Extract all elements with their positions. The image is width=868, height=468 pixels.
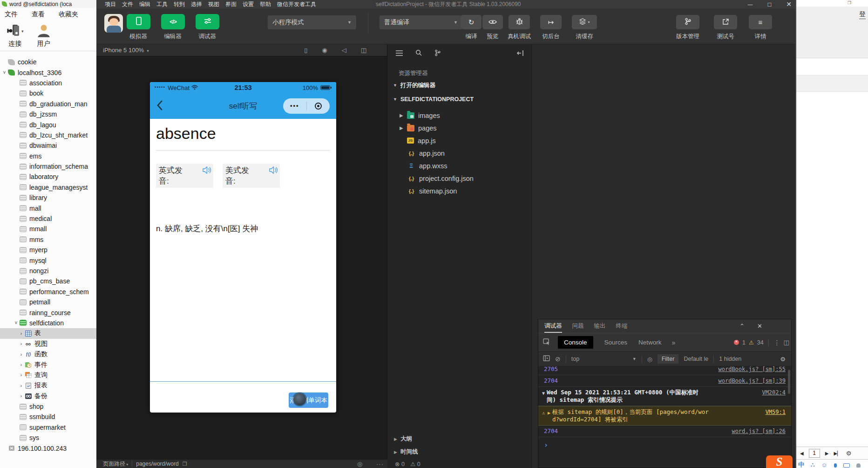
- file-app.wxss[interactable]: Ξapp.wxss: [387, 159, 531, 172]
- collapse-icon[interactable]: ⌃: [739, 319, 745, 333]
- connection-button[interactable]: ▾ 连接: [7, 23, 24, 49]
- capsule-close-icon[interactable]: [307, 103, 330, 110]
- tree-item-petmall[interactable]: petmall: [0, 297, 96, 307]
- tab-output[interactable]: 输出: [594, 322, 606, 330]
- devtools-menu-设置[interactable]: 设置: [243, 0, 254, 8]
- simulator-button[interactable]: [127, 14, 150, 29]
- page-number[interactable]: 1: [809, 449, 820, 458]
- copy-icon[interactable]: ❐: [183, 461, 187, 467]
- file-project.config.json[interactable]: {..}project.config.json: [387, 172, 531, 185]
- source-link[interactable]: VM202:4: [758, 389, 786, 396]
- tab-debugger[interactable]: 调试器: [544, 319, 562, 333]
- tree-item-db_jzssm[interactable]: db_jzssm: [0, 109, 96, 119]
- mode-dropdown[interactable]: 小程序模式▼: [268, 15, 356, 29]
- file-app.js[interactable]: JSapp.js: [387, 134, 531, 147]
- tree-item-表[interactable]: ›表: [0, 328, 96, 338]
- sidebar-toggle-icon[interactable]: [543, 355, 550, 363]
- tree-item-查询[interactable]: ›查询: [0, 370, 96, 380]
- file-app.json[interactable]: {..}app.json: [387, 147, 531, 159]
- devtools-menu-工具[interactable]: 工具: [156, 0, 168, 8]
- tree-item-performance_schem[interactable]: performance_schem: [0, 287, 96, 297]
- ime-account-icon[interactable]: [856, 463, 861, 468]
- source-link[interactable]: wordBook.js? [sm]:39: [715, 377, 786, 385]
- device-selector[interactable]: iPhone 5 100%▾: [103, 47, 149, 54]
- version-control-button[interactable]: [676, 15, 699, 29]
- avatar[interactable]: [104, 14, 123, 33]
- debugger-button[interactable]: [196, 14, 219, 29]
- test-account-button[interactable]: [714, 15, 737, 29]
- tree-item-mysql[interactable]: mysql: [0, 255, 96, 265]
- source-link[interactable]: wordBook.js? [sm]:55: [715, 366, 786, 373]
- kebab-menu-icon[interactable]: ⋮: [773, 339, 780, 346]
- tree-item-ems[interactable]: ems: [0, 151, 96, 161]
- tree-item-196.100.100.243[interactable]: 196.100.100.243: [0, 443, 96, 453]
- file-images[interactable]: ▶images: [387, 109, 531, 122]
- editor-button[interactable]: </>: [161, 14, 185, 29]
- tree-item-information_schema[interactable]: information_schema: [0, 161, 96, 172]
- tree-item-mall[interactable]: mall: [0, 203, 96, 213]
- float-window-icon[interactable]: ◫: [361, 47, 366, 54]
- compile-button[interactable]: ↻: [461, 15, 481, 29]
- speaker-icon[interactable]: [202, 166, 212, 174]
- close-icon[interactable]: ✕: [757, 319, 762, 333]
- next-page-icon[interactable]: ▶: [825, 451, 829, 456]
- tab-network[interactable]: Network: [638, 339, 662, 346]
- devtools-menu-微信开发者工具[interactable]: 微信开发者工具: [277, 0, 316, 8]
- eye-icon[interactable]: ◎: [647, 356, 652, 363]
- tree-item-laboratory[interactable]: laboratory: [0, 172, 96, 182]
- user-button[interactable]: 用户: [37, 23, 51, 49]
- back-icon[interactable]: [156, 100, 163, 113]
- source-link[interactable]: word.js? [sm]:26: [728, 427, 786, 435]
- details-button[interactable]: ≡: [749, 15, 772, 29]
- tree-item-db_lzcu_sht_market[interactable]: db_lzcu_sht_market: [0, 130, 96, 140]
- preview-button[interactable]: [482, 15, 503, 29]
- navicat-menu-收藏夹[interactable]: 收藏夹: [59, 10, 78, 19]
- tree-item-book[interactable]: book: [0, 88, 96, 98]
- tree-item-函数[interactable]: ›ƒ()函数: [0, 349, 96, 359]
- more-tabs-icon[interactable]: »: [672, 339, 676, 346]
- tree-item-mmall[interactable]: mmall: [0, 224, 96, 234]
- devtools-menu-项目[interactable]: 项目: [105, 0, 116, 8]
- login-link[interactable]: 登: [859, 10, 866, 19]
- navicat-menu-文件[interactable]: 文件: [5, 10, 18, 19]
- search-icon[interactable]: [415, 49, 422, 58]
- sogou-ime-logo[interactable]: S: [766, 455, 793, 468]
- tree-item-报表[interactable]: ›报表: [0, 380, 96, 391]
- gear-icon[interactable]: ⚙: [846, 450, 852, 457]
- ime-lang-icon[interactable]: 中: [798, 461, 804, 468]
- file-list-icon[interactable]: [396, 49, 403, 58]
- speaker-icon[interactable]: [269, 166, 278, 174]
- console-prompt[interactable]: ›: [538, 437, 791, 449]
- background-switch-button[interactable]: ↦: [540, 15, 562, 29]
- tree-item-pb_cms_base[interactable]: pb_cms_base: [0, 276, 96, 286]
- levels-dropdown[interactable]: Default le: [684, 356, 708, 362]
- record-icon[interactable]: ◉: [322, 47, 327, 54]
- tab-console[interactable]: Console: [558, 336, 593, 349]
- minimize-icon[interactable]: —: [747, 1, 753, 7]
- tree-item-association[interactable]: association: [0, 78, 96, 88]
- ime-mic-icon[interactable]: [834, 463, 837, 468]
- watch-icon[interactable]: ◎: [357, 461, 362, 468]
- devtools-menu-帮助[interactable]: 帮助: [260, 0, 271, 8]
- ime-keyboard-icon[interactable]: [843, 463, 850, 468]
- devtools-menu-视图[interactable]: 视图: [208, 0, 219, 8]
- error-badge-icon[interactable]: [734, 340, 739, 345]
- tree-item-nongzi[interactable]: nongzi: [0, 266, 96, 276]
- open-editors-section[interactable]: ▼打开的编辑器: [387, 79, 531, 91]
- warning-badge-icon[interactable]: ⚠: [749, 339, 754, 346]
- navicat-menu-查看[interactable]: 查看: [32, 10, 45, 19]
- file-sitemap.json[interactable]: {..}sitemap.json: [387, 185, 531, 197]
- tree-item-league_managesyst[interactable]: league_managesyst: [0, 182, 96, 193]
- dock-icon[interactable]: ◫: [783, 339, 789, 346]
- clear-cache-button[interactable]: ▾: [572, 15, 597, 29]
- tab-problems[interactable]: 问题: [572, 322, 584, 330]
- tree-item-事件[interactable]: ›事件: [0, 359, 96, 370]
- filter-input[interactable]: Filter: [658, 354, 679, 364]
- tree-item-sys[interactable]: sys: [0, 433, 96, 443]
- last-page-icon[interactable]: ▶▏: [834, 451, 841, 456]
- tree-item-localhost_3306[interactable]: ˅localhost_3306: [0, 67, 96, 77]
- devtools-menu-选择[interactable]: 选择: [191, 0, 202, 8]
- scrollbar-thumb[interactable]: [788, 370, 790, 394]
- timeline-section[interactable]: ▶时间线: [394, 448, 418, 456]
- tree-item-myerp[interactable]: myerp: [0, 245, 96, 255]
